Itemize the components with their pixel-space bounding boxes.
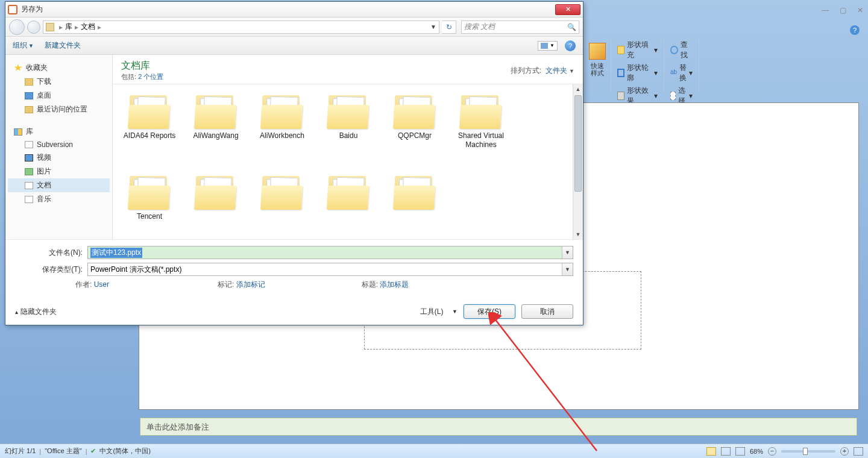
- sidebar-item-subversion[interactable]: Subversion: [8, 139, 110, 151]
- folder-item[interactable]: [250, 172, 314, 239]
- zoom-level[interactable]: 68%: [750, 448, 763, 455]
- hide-folders-button[interactable]: ▴隐藏文件夹: [15, 307, 57, 317]
- zoom-in-button[interactable]: +: [840, 447, 849, 456]
- folder-item[interactable]: QQPCMgr: [383, 92, 447, 170]
- minimize-icon[interactable]: —: [822, 6, 829, 14]
- folder-icon: [128, 95, 171, 129]
- sidebar-item-documents[interactable]: 文档: [8, 178, 110, 192]
- filename-input[interactable]: 测试中123.pptx ▼: [87, 246, 573, 259]
- organize-button[interactable]: 组织 ▼: [13, 40, 34, 51]
- sort-control[interactable]: 排列方式: 文件夹 ▼: [511, 66, 574, 76]
- title-field[interactable]: 标题: 添加标题: [362, 280, 409, 290]
- folder-item[interactable]: [316, 172, 380, 239]
- chevron-down-icon: ▼: [452, 309, 458, 315]
- folder-icon: [460, 95, 502, 129]
- view-slideshow-icon[interactable]: [735, 447, 745, 456]
- shape-outline-button[interactable]: 形状轮廓 ▾: [616, 61, 659, 84]
- sidebar-item-downloads[interactable]: 下载: [8, 75, 110, 89]
- author-field[interactable]: 作者: User: [75, 280, 109, 290]
- star-icon: [14, 64, 22, 72]
- chevron-down-icon[interactable]: ▼: [430, 24, 436, 30]
- sidebar-libraries-header[interactable]: 库: [8, 125, 110, 139]
- find-button[interactable]: 查找: [669, 39, 694, 61]
- library-subtitle: 包括: 2 个位置: [121, 72, 163, 81]
- sidebar-item-desktop[interactable]: 桌面: [8, 89, 110, 102]
- sidebar-item-music[interactable]: 音乐: [8, 192, 110, 206]
- chevron-down-icon[interactable]: ▼: [562, 246, 573, 259]
- folder-icon: [261, 176, 303, 210]
- zoom-slider[interactable]: [781, 450, 835, 453]
- nav-bar: ▸ 库 ▸ 文档 ▸ ▼ ↻ 搜索 文档 🔍: [5, 17, 583, 37]
- folder-icon: [195, 95, 237, 129]
- new-folder-button[interactable]: 新建文件夹: [45, 40, 81, 51]
- fit-window-icon[interactable]: [854, 447, 863, 456]
- zoom-out-button[interactable]: −: [768, 447, 776, 456]
- dialog-actions: ▴隐藏文件夹 工具(L) ▼ 保存(S) 取消: [5, 295, 583, 325]
- app-icon: [8, 5, 17, 14]
- folder-item[interactable]: AIDA64 Reports: [118, 92, 181, 170]
- notes-pane[interactable]: 单击此处添加备注: [140, 418, 857, 436]
- tags-field[interactable]: 标记: 添加标记: [218, 280, 265, 290]
- chevron-right-icon[interactable]: ▸: [98, 23, 101, 31]
- view-sorter-icon[interactable]: [721, 447, 731, 456]
- cancel-button[interactable]: 取消: [521, 304, 573, 319]
- folder-grid[interactable]: AIDA64 ReportsAliWangWangAliWorkbenchBai…: [113, 84, 583, 239]
- folder-item[interactable]: AliWangWang: [184, 92, 248, 170]
- folder-item[interactable]: [184, 172, 248, 239]
- quick-styles-button[interactable]: 快速样式: [588, 39, 606, 81]
- slide-indicator: 幻灯片 1/1: [5, 447, 36, 456]
- dialog-close-button[interactable]: ✕: [555, 4, 580, 15]
- scroll-thumb[interactable]: [574, 95, 582, 192]
- filetype-select[interactable]: PowerPoint 演示文稿(*.pptx) ▼: [87, 263, 573, 276]
- filename-value: 测试中123.pptx: [90, 248, 142, 258]
- scroll-up-icon[interactable]: ▲: [573, 84, 583, 94]
- scrollbar[interactable]: ▲ ▼: [573, 84, 583, 239]
- ribbon-partial: 快速样式 形状填充 ▾ 形状轮廓 ▾ 形状效果 ▾ ◢ 查找 ab替换 ▾ 选择…: [583, 37, 699, 93]
- chevron-up-icon: ▴: [15, 309, 18, 315]
- scroll-down-icon[interactable]: ▼: [573, 230, 583, 239]
- dialog-titlebar[interactable]: 另存为 ✕: [5, 2, 583, 17]
- zoom-thumb[interactable]: [803, 448, 808, 455]
- search-input[interactable]: 搜索 文档 🔍: [461, 20, 579, 34]
- folder-label: AliWorkbench: [260, 131, 304, 140]
- search-icon[interactable]: 🔍: [567, 23, 576, 31]
- filename-label: 文件名(N):: [15, 248, 87, 258]
- library-locations-link[interactable]: 2 个位置: [138, 73, 163, 80]
- shape-fill-button[interactable]: 形状填充 ▾: [616, 39, 659, 61]
- breadcrumb[interactable]: ▸ 库 ▸ 文档 ▸ ▼: [43, 20, 439, 34]
- help-icon[interactable]: ?: [565, 40, 576, 51]
- breadcrumb-root[interactable]: 库: [65, 22, 72, 32]
- nav-back-button[interactable]: [9, 19, 25, 35]
- view-normal-icon[interactable]: [706, 447, 716, 456]
- sidebar-item-pictures[interactable]: 图片: [8, 165, 110, 178]
- music-icon: [25, 196, 33, 203]
- spellcheck-icon[interactable]: ✔: [90, 447, 96, 455]
- chevron-right-icon[interactable]: ▸: [59, 23, 63, 31]
- folder-label: Tencent: [137, 212, 162, 221]
- folder-item[interactable]: AliWorkbench: [250, 92, 314, 170]
- help-icon[interactable]: ?: [850, 25, 860, 35]
- folder-label: AliWangWang: [193, 131, 238, 140]
- chevron-down-icon[interactable]: ▼: [562, 263, 573, 275]
- folder-icon: [128, 176, 171, 210]
- content-pane: 文档库 包括: 2 个位置 排列方式: 文件夹 ▼ AIDA64 Reports…: [113, 55, 583, 239]
- sidebar-favorites-header[interactable]: 收藏夹: [8, 61, 110, 75]
- nav-forward-button[interactable]: [27, 20, 40, 34]
- refresh-button[interactable]: ↻: [442, 20, 456, 34]
- maximize-icon[interactable]: ▢: [840, 6, 846, 14]
- view-mode-button[interactable]: ▼: [538, 41, 558, 51]
- sidebar-item-videos[interactable]: 视频: [8, 151, 110, 165]
- tools-dropdown[interactable]: 工具(L) ▼: [420, 307, 458, 317]
- folder-item[interactable]: [383, 172, 447, 239]
- close-icon[interactable]: ✕: [857, 6, 863, 14]
- breadcrumb-current[interactable]: 文档: [81, 22, 95, 32]
- replace-button[interactable]: ab替换 ▾: [669, 61, 694, 84]
- folder-label: Shared Virtual Machines: [450, 131, 512, 149]
- folder-item[interactable]: Baidu: [316, 92, 380, 170]
- chevron-right-icon[interactable]: ▸: [75, 23, 78, 31]
- save-button[interactable]: 保存(S): [464, 304, 515, 319]
- folder-item[interactable]: Shared Virtual Machines: [449, 92, 513, 170]
- language-indicator[interactable]: 中文(简体，中国): [99, 447, 150, 456]
- sidebar-item-recent[interactable]: 最近访问的位置: [8, 102, 110, 116]
- folder-item[interactable]: Tencent: [118, 172, 181, 239]
